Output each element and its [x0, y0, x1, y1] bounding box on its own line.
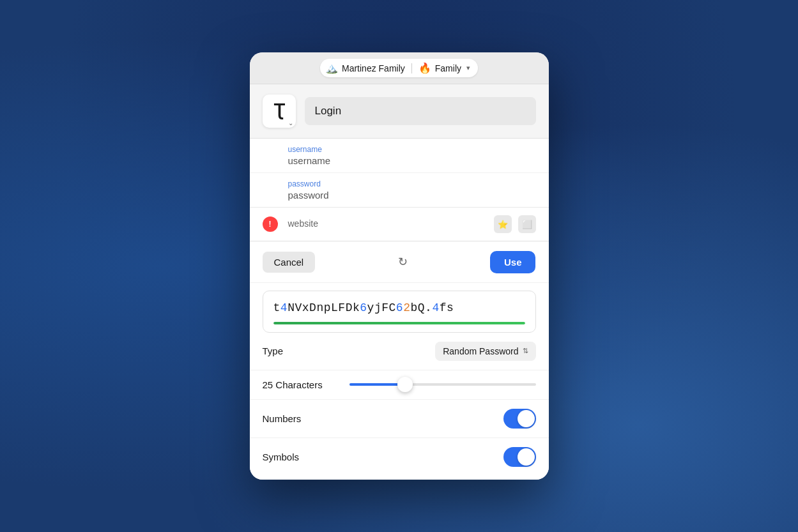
- group-name: Family: [435, 63, 461, 73]
- password-char: N: [288, 301, 295, 314]
- password-char: s: [447, 301, 454, 314]
- characters-label: 25 Characters: [263, 379, 339, 390]
- website-open-button[interactable]: ⬜: [518, 215, 536, 233]
- symbols-toggle-thumb: [518, 448, 535, 466]
- password-char: D: [346, 301, 353, 314]
- password-char: Q: [418, 301, 425, 314]
- length-slider-container: [349, 383, 536, 386]
- username-field-row[interactable]: username username: [250, 139, 549, 173]
- app-card: 🏔️ Martinez Family 🔥 Family ▾ Ʈ ⌄ Login …: [250, 52, 549, 479]
- numbers-row: Numbers: [250, 400, 549, 438]
- top-bar: 🏔️ Martinez Family 🔥 Family ▾: [250, 52, 549, 84]
- generated-password: t4NVxDnpLFDk6yjFC62bQ.4fs: [273, 300, 525, 316]
- group-icon: 🔥: [418, 62, 431, 74]
- fields-section: username username password password: [250, 139, 549, 208]
- entry-title[interactable]: Login: [305, 97, 536, 125]
- password-char: F: [338, 301, 345, 314]
- password-char: 2: [403, 301, 410, 314]
- password-display: t4NVxDnpLFDk6yjFC62bQ.4fs: [263, 291, 536, 332]
- password-char: n: [316, 301, 323, 314]
- password-char: y: [367, 301, 374, 314]
- entry-header: Ʈ ⌄ Login: [250, 84, 549, 139]
- logo-chevron-icon: ⌄: [288, 119, 293, 126]
- use-button[interactable]: Use: [490, 251, 536, 273]
- password-char: t: [273, 301, 280, 314]
- password-char: f: [440, 301, 447, 314]
- characters-row: 25 Characters: [250, 370, 549, 400]
- password-char: D: [309, 301, 316, 314]
- symbols-toggle[interactable]: [503, 447, 536, 467]
- type-chevron-icon: ⇅: [523, 347, 528, 355]
- numbers-toggle-thumb: [518, 410, 535, 427]
- password-char: L: [331, 301, 338, 314]
- password-char: 4: [432, 301, 439, 314]
- website-row: ! website ⭐ ⬜: [250, 208, 549, 241]
- generator-topbar: Cancel ↻ Use: [250, 241, 549, 283]
- password-char: j: [374, 301, 381, 314]
- numbers-toggle[interactable]: [503, 409, 536, 429]
- username-value: username: [288, 155, 536, 166]
- password-char: 6: [396, 301, 403, 314]
- password-char: b: [410, 301, 417, 314]
- password-char: 4: [280, 301, 288, 314]
- symbols-row: Symbols: [250, 438, 549, 480]
- password-generator: Cancel ↻ Use t4NVxDnpLFDk6yjFC62bQ.4fs T…: [250, 241, 549, 479]
- website-copy-button[interactable]: ⭐: [494, 215, 512, 233]
- strength-bar: [273, 322, 525, 324]
- logo-symbol: Ʈ: [274, 103, 284, 119]
- cancel-button[interactable]: Cancel: [263, 252, 316, 273]
- website-label: website: [288, 218, 318, 229]
- password-char: F: [381, 301, 388, 314]
- org-name: Martinez Family: [342, 63, 405, 73]
- website-actions: ⭐ ⬜: [494, 215, 536, 233]
- password-field-row[interactable]: password password: [250, 173, 549, 207]
- strength-bar-fill: [273, 322, 525, 324]
- password-char: C: [389, 301, 396, 314]
- type-value: Random Password: [443, 346, 518, 356]
- password-char: V: [295, 301, 302, 314]
- password-char: p: [324, 301, 331, 314]
- refresh-button[interactable]: ↻: [391, 250, 414, 273]
- type-selector[interactable]: Random Password ⇅: [435, 342, 535, 361]
- org-icon: 🏔️: [325, 62, 338, 74]
- slider-fill: [349, 383, 406, 386]
- username-label: username: [288, 145, 536, 154]
- entry-logo[interactable]: Ʈ ⌄: [263, 95, 296, 128]
- slider-track: [349, 383, 536, 386]
- org-pill[interactable]: 🏔️ Martinez Family 🔥 Family ▾: [320, 59, 478, 77]
- password-char: k: [353, 301, 360, 314]
- password-char: .: [425, 301, 432, 314]
- slider-thumb[interactable]: [397, 377, 413, 392]
- password-label: password: [288, 179, 536, 188]
- password-value: password: [288, 190, 536, 201]
- chevron-down-icon: ▾: [466, 64, 470, 72]
- password-char: x: [302, 301, 309, 314]
- numbers-label: Numbers: [263, 413, 302, 424]
- org-separator: [411, 63, 412, 73]
- website-status-icon: !: [263, 217, 278, 232]
- symbols-label: Symbols: [263, 452, 300, 462]
- type-label: Type: [263, 346, 284, 356]
- password-char: 6: [360, 301, 367, 314]
- type-row: Type Random Password ⇅: [250, 333, 549, 370]
